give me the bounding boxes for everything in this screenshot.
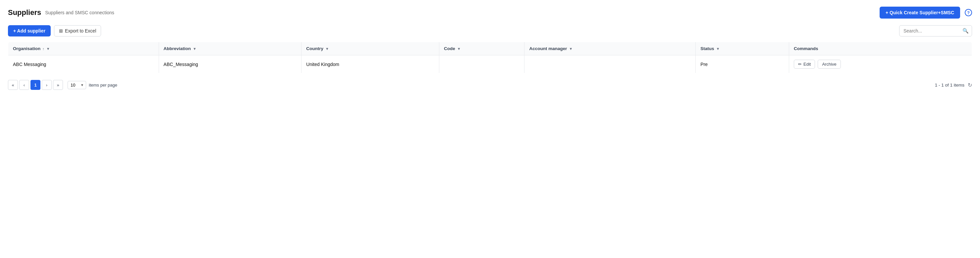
table-body: ABC Messaging ABC_Messaging United Kingd… — [8, 56, 972, 73]
next-page-button[interactable]: › — [42, 80, 52, 90]
toolbar-left: + Add supplier ⊞ Export to Excel — [8, 25, 101, 37]
export-excel-button[interactable]: ⊞ Export to Excel — [54, 25, 101, 37]
excel-icon: ⊞ — [59, 28, 63, 33]
per-page-label: items per page — [89, 83, 117, 88]
per-page-select-wrapper: 10 25 50 100 ▼ — [68, 81, 86, 89]
cell-status: Pre — [696, 56, 789, 73]
current-page-button[interactable]: 1 — [30, 80, 40, 90]
cell-country: United Kingdom — [301, 56, 439, 73]
col-country: Country ▼ — [301, 42, 439, 56]
col-status: Status ▼ — [696, 42, 789, 56]
filter-status-icon[interactable]: ▼ — [716, 47, 720, 51]
table-row: ABC Messaging ABC_Messaging United Kingd… — [8, 56, 972, 73]
header-left: Suppliers Suppliers and SMSC connections — [8, 8, 114, 17]
cell-account-manager — [525, 56, 696, 73]
cell-code — [439, 56, 525, 73]
filter-account-manager-icon[interactable]: ▼ — [569, 47, 573, 51]
col-commands: Commands — [789, 42, 972, 56]
edit-button[interactable]: ✏ Edit — [794, 60, 815, 68]
col-code: Code ▼ — [439, 42, 525, 56]
pagination: « ‹ 1 › » 10 25 50 100 ▼ items per page … — [8, 79, 972, 91]
refresh-button[interactable]: ↻ — [968, 82, 972, 88]
cell-organisation: ABC Messaging — [8, 56, 159, 73]
search-input[interactable] — [899, 25, 972, 37]
filter-abbreviation-icon[interactable]: ▼ — [193, 47, 196, 51]
col-account-manager: Account manager ▼ — [525, 42, 696, 56]
prev-page-button[interactable]: ‹ — [19, 80, 29, 90]
archive-button[interactable]: Archive — [818, 60, 840, 68]
per-page-wrapper: 10 25 50 100 ▼ items per page — [68, 81, 117, 89]
pagination-controls: « ‹ 1 › » — [8, 80, 63, 90]
cell-commands: ✏ Edit Archive — [789, 56, 972, 73]
pagination-right: 1 - 1 of 1 items ↻ — [935, 82, 972, 88]
last-page-button[interactable]: » — [53, 80, 63, 90]
quick-create-button[interactable]: + Quick Create Supplier+SMSC — [880, 6, 960, 19]
filter-code-icon[interactable]: ▼ — [457, 47, 461, 51]
header-row: Suppliers Suppliers and SMSC connections… — [8, 6, 972, 19]
toolbar: + Add supplier ⊞ Export to Excel 🔍 — [8, 25, 972, 37]
pencil-icon: ✏ — [798, 62, 802, 67]
table-head: Organisation ↑ ▼ Abbreviation ▼ Country … — [8, 42, 972, 56]
sort-organisation-icon[interactable]: ↑ — [42, 47, 45, 51]
per-page-select[interactable]: 10 25 50 100 — [68, 81, 86, 89]
help-icon[interactable]: ? — [965, 9, 972, 16]
filter-country-icon[interactable]: ▼ — [325, 47, 329, 51]
col-abbreviation: Abbreviation ▼ — [159, 42, 301, 56]
filter-organisation-icon[interactable]: ▼ — [46, 47, 50, 51]
table-header-row: Organisation ↑ ▼ Abbreviation ▼ Country … — [8, 42, 972, 56]
page-title: Suppliers — [8, 8, 41, 17]
cell-abbreviation: ABC_Messaging — [159, 56, 301, 73]
page-subtitle: Suppliers and SMSC connections — [45, 10, 114, 15]
search-wrapper: 🔍 — [899, 25, 972, 37]
add-supplier-button[interactable]: + Add supplier — [8, 25, 51, 37]
first-page-button[interactable]: « — [8, 80, 18, 90]
pagination-info: 1 - 1 of 1 items — [935, 83, 964, 88]
col-organisation: Organisation ↑ ▼ — [8, 42, 159, 56]
suppliers-table: Organisation ↑ ▼ Abbreviation ▼ Country … — [8, 42, 972, 73]
